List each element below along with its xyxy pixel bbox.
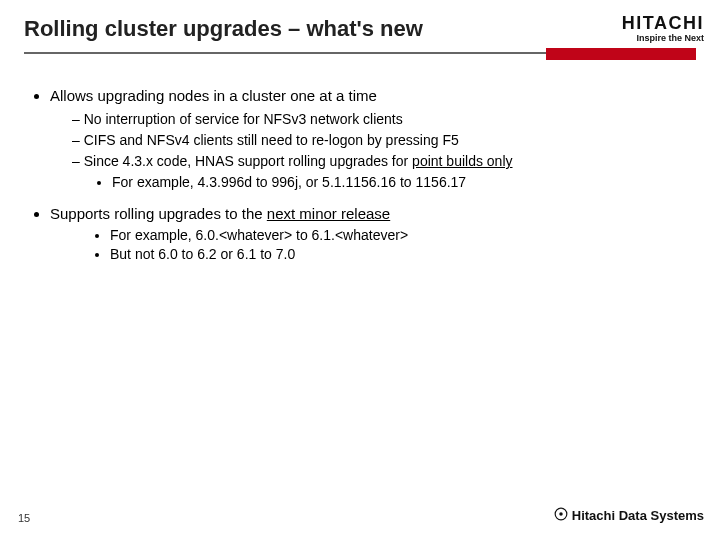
header-rule-gray bbox=[24, 52, 584, 54]
footer: 15 Hitachi Data Systems bbox=[0, 500, 720, 524]
header-rule-red bbox=[546, 48, 696, 60]
footer-brand: Hitachi Data Systems bbox=[554, 507, 704, 524]
svg-point-1 bbox=[559, 512, 563, 516]
brand-logo-tagline: Inspire the Next bbox=[622, 34, 704, 44]
bullet-1: Allows upgrading nodes in a cluster one … bbox=[50, 86, 692, 192]
footer-brand-text: Hitachi Data Systems bbox=[572, 508, 704, 523]
page-number: 15 bbox=[18, 512, 30, 524]
bullet-2-ex-2: But not 6.0 to 6.2 or 6.1 to 7.0 bbox=[110, 245, 692, 264]
bullet-2-pre: Supports rolling upgrades to the bbox=[50, 205, 267, 222]
slide-title: Rolling cluster upgrades – what's new bbox=[24, 16, 696, 42]
bullet-1-sub-3-pre: Since 4.3.x code, HNAS support rolling u… bbox=[84, 153, 412, 169]
bullet-1-sub-1: No interruption of service for NFSv3 net… bbox=[72, 110, 692, 129]
bullet-2-underline: next minor release bbox=[267, 205, 390, 222]
bullet-2-examples: For example, 6.0.<whatever> to 6.1.<what… bbox=[50, 226, 692, 264]
header-rule bbox=[24, 48, 696, 62]
bullet-1-sub-3-ex: For example, 4.3.996d to 996j, or 5.1.11… bbox=[112, 173, 692, 192]
header: Rolling cluster upgrades – what's new HI… bbox=[0, 0, 720, 72]
bullet-1-sublist: No interruption of service for NFSv3 net… bbox=[50, 110, 692, 192]
bullet-1-sub-3: Since 4.3.x code, HNAS support rolling u… bbox=[72, 152, 692, 192]
bullet-1-sub-3-examples: For example, 4.3.996d to 996j, or 5.1.11… bbox=[72, 173, 692, 192]
footer-brand-icon bbox=[554, 507, 568, 524]
bullet-1-sub-2: CIFS and NFSv4 clients still need to re-… bbox=[72, 131, 692, 150]
bullet-1-sub-3-underline: point builds only bbox=[412, 153, 512, 169]
bullet-list: Allows upgrading nodes in a cluster one … bbox=[28, 86, 692, 264]
brand-logo: HITACHI Inspire the Next bbox=[622, 14, 704, 44]
bullet-2: Supports rolling upgrades to the next mi… bbox=[50, 204, 692, 264]
brand-logo-main: HITACHI bbox=[622, 14, 704, 34]
bullet-1-text: Allows upgrading nodes in a cluster one … bbox=[50, 87, 377, 104]
bullet-2-ex-1: For example, 6.0.<whatever> to 6.1.<what… bbox=[110, 226, 692, 245]
slide: Rolling cluster upgrades – what's new HI… bbox=[0, 0, 720, 540]
slide-body: Allows upgrading nodes in a cluster one … bbox=[0, 72, 720, 264]
